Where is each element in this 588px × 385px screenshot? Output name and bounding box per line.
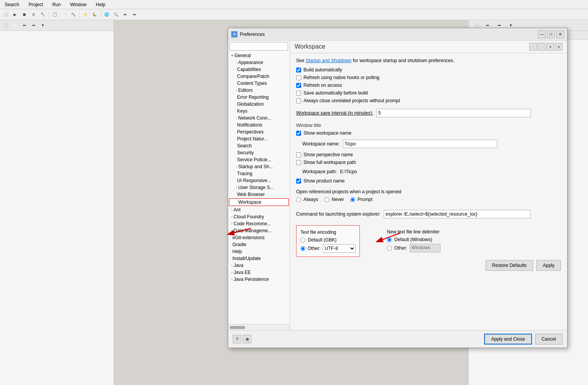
encoding-default-radio[interactable] — [300, 238, 305, 243]
show-full-path-label[interactable]: Show full workspace path — [303, 160, 356, 165]
toolbar-btn-13[interactable]: ⬅ — [121, 10, 129, 19]
refresh-native-checkbox[interactable] — [296, 75, 301, 80]
tree-item-ant[interactable]: › Ant — [228, 206, 290, 213]
radio-prompt-label[interactable]: Prompt — [358, 197, 373, 202]
tree-item-java[interactable]: › Java — [228, 262, 290, 269]
toolbar-btn-9[interactable]: ⚡ — [81, 10, 90, 19]
footer-link-btn[interactable]: ⊕ — [243, 335, 251, 343]
tree-item-java-persistence[interactable]: › Java Persistence — [228, 276, 290, 283]
tree-item-gradle[interactable]: Gradle — [228, 241, 290, 248]
left-panel-btn-4[interactable]: ➡ — [29, 21, 38, 30]
tree-item-general[interactable]: ▾ General — [228, 52, 290, 59]
tree-item-user-storage[interactable]: › User Storage S... — [228, 184, 290, 191]
radio-always-label[interactable]: Always — [303, 197, 318, 202]
refresh-native-label[interactable]: Refresh using native hooks or polling — [303, 75, 380, 80]
menu-run[interactable]: Run — [51, 2, 62, 8]
show-perspective-checkbox[interactable] — [296, 152, 301, 157]
tree-item-install-update[interactable]: Install/Update — [228, 255, 290, 262]
menu-project[interactable]: Project — [27, 2, 44, 8]
dialog-minimize-btn[interactable]: — — [538, 30, 546, 38]
startup-shutdown-link[interactable]: Startup and Shutdown — [306, 58, 352, 63]
tree-item-network[interactable]: › Network Conn... — [228, 115, 290, 122]
show-workspace-name-label[interactable]: Show workspace name — [303, 130, 351, 136]
toolbar-btn-2[interactable]: ▶ — [11, 10, 19, 19]
radio-never[interactable] — [324, 197, 329, 202]
apply-btn[interactable]: Apply — [536, 260, 561, 271]
tree-item-java-ee[interactable]: › Java EE — [228, 269, 290, 276]
radio-prompt[interactable] — [350, 197, 355, 202]
tree-item-web-browser[interactable]: Web Browser — [228, 191, 290, 198]
save-auto-checkbox[interactable] — [296, 91, 301, 96]
left-panel-btn-2[interactable]: 📄 — [11, 21, 19, 30]
refresh-access-label[interactable]: Refresh on access — [303, 83, 342, 88]
tree-item-workspace[interactable]: Workspace — [229, 198, 289, 206]
dialog-close-btn[interactable]: ✕ — [556, 30, 564, 38]
show-product-label[interactable]: Show product name — [303, 178, 345, 184]
encoding-other-radio[interactable] — [300, 246, 305, 251]
tree-item-security[interactable]: Security — [228, 149, 290, 156]
tree-hscrollbar[interactable] — [228, 324, 290, 330]
tree-item-search[interactable]: Search — [228, 142, 290, 149]
toolbar-btn-1[interactable]: ⬜ — [2, 10, 10, 19]
toolbar-btn-4[interactable]: ⏸ — [29, 10, 38, 19]
tree-item-project-natures[interactable]: Project Natur... — [228, 135, 290, 142]
newline-default-label[interactable]: Default (Windows) — [394, 237, 432, 242]
encoding-select[interactable]: UTF-8 UTF-16 ISO-8859-1 GBK ASCII — [323, 244, 356, 253]
tree-hscroll-thumb[interactable] — [230, 326, 245, 329]
toolbar-btn-11[interactable]: 🌐 — [102, 10, 111, 19]
build-auto-checkbox[interactable] — [296, 68, 301, 73]
encoding-default-label[interactable]: Default (GBK) — [308, 237, 337, 243]
toolbar-btn-14[interactable]: ➡ — [130, 10, 139, 19]
tree-item-code-recommender[interactable]: › Code Recomme... — [228, 220, 290, 227]
tree-item-startup[interactable]: › Startup and Sh... — [228, 163, 290, 170]
tree-item-globalization[interactable]: Globalization — [228, 101, 290, 108]
toolbar-btn-10[interactable]: 🐛 — [90, 10, 99, 19]
nav-dropdown-btn[interactable]: ▾ — [546, 43, 554, 51]
radio-always[interactable] — [296, 197, 301, 202]
toolbar-btn-12[interactable]: 🔍 — [112, 10, 120, 19]
tree-item-service-policies[interactable]: Service Policie... — [228, 156, 290, 163]
workspace-name-input[interactable] — [343, 140, 497, 148]
tree-search-input[interactable] — [230, 42, 288, 51]
tree-item-notifications[interactable]: Notifications — [228, 122, 290, 128]
tree-item-egit[interactable]: eGit-extensions — [228, 234, 290, 241]
toolbar-btn-3[interactable]: ⏹ — [20, 10, 29, 19]
newline-other-radio[interactable] — [387, 246, 392, 251]
tree-item-tracing[interactable]: Tracing — [228, 170, 290, 177]
nav-expand-btn[interactable]: ▾ — [555, 43, 563, 51]
command-input[interactable] — [384, 210, 530, 218]
refresh-access-checkbox[interactable] — [296, 83, 301, 88]
tree-item-data-management[interactable]: › Data Manageme... — [228, 227, 290, 234]
show-product-checkbox[interactable] — [296, 179, 301, 184]
menu-search[interactable]: Search — [3, 2, 21, 8]
newline-other-label[interactable]: Other: — [394, 245, 407, 251]
left-panel-btn-3[interactable]: ⬅ — [20, 21, 29, 30]
tree-item-keys[interactable]: Keys — [228, 108, 290, 115]
toolbar-btn-5[interactable]: 🔧 — [39, 10, 47, 19]
left-panel-btn-5[interactable]: ▼ — [39, 21, 47, 30]
footer-help-btn[interactable]: ? — [233, 335, 241, 343]
toolbar-btn-8[interactable]: 🔨 — [69, 10, 78, 19]
save-interval-input[interactable] — [376, 109, 531, 117]
tree-item-editors[interactable]: › Editors — [228, 87, 290, 94]
show-full-path-checkbox[interactable] — [296, 160, 301, 165]
dialog-maximize-btn[interactable]: □ — [547, 30, 555, 38]
tree-item-capabilities[interactable]: Capabilities — [228, 66, 290, 73]
menu-window[interactable]: Window — [68, 2, 88, 8]
left-panel-btn-1[interactable]: ⬜ — [2, 21, 10, 30]
tree-item-cloud-foundry[interactable]: › Cloud Foundry — [228, 213, 290, 220]
show-perspective-label[interactable]: Show perspective name — [303, 152, 353, 157]
close-unrelated-checkbox[interactable] — [296, 98, 301, 103]
toolbar-btn-6[interactable]: 📋 — [51, 10, 59, 19]
toolbar-btn-7[interactable]: 📄 — [60, 10, 68, 19]
newline-default-radio[interactable] — [387, 237, 392, 242]
apply-and-close-btn[interactable]: Apply and Close — [484, 334, 532, 344]
save-auto-label[interactable]: Save automatically before build — [303, 90, 368, 96]
cancel-btn[interactable]: Cancel — [535, 334, 563, 344]
tree-item-content-types[interactable]: Content Types — [228, 80, 290, 87]
tree-item-help[interactable]: Help — [228, 248, 290, 255]
nav-back-btn[interactable]: ← — [529, 43, 537, 51]
menu-help[interactable]: Help — [94, 2, 107, 8]
tree-item-appearance[interactable]: › Appearance — [228, 59, 290, 66]
show-workspace-name-checkbox[interactable] — [296, 131, 301, 136]
